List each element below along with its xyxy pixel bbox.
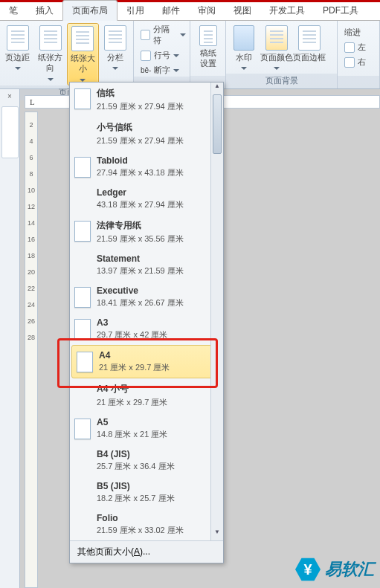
watermark-icon bbox=[234, 25, 254, 51]
group-page-bg-label: 页面背景 bbox=[226, 74, 337, 88]
indent-right-label: 右 bbox=[358, 56, 366, 68]
size-name: Ledger bbox=[97, 187, 184, 198]
dropdown-scrollbar[interactable]: ▲ ▼ bbox=[210, 83, 223, 540]
page-thumb-icon bbox=[74, 157, 91, 178]
page-size-option-b5-jis-[interactable]: B5 (JIS)18.2 厘米 x 25.7 厘米 bbox=[70, 476, 223, 508]
size-name: Tabloid bbox=[97, 155, 184, 166]
page-color-label: 页面颜色 bbox=[260, 53, 293, 62]
ruler-tick: 16 bbox=[25, 236, 37, 243]
size-name: 小号信纸 bbox=[97, 121, 184, 134]
hyphen-label: 断字 bbox=[154, 65, 170, 76]
page-thumb-icon bbox=[74, 287, 91, 308]
page-color-icon bbox=[265, 25, 288, 51]
manuscript-button[interactable]: 稿纸设置 bbox=[192, 23, 224, 69]
tab-review[interactable]: 审阅 bbox=[189, 1, 225, 20]
tab-insert[interactable]: 插入 bbox=[27, 1, 62, 20]
page-size-option-a4-[interactable]: A4 小号21 厘米 x 29.7 厘米 bbox=[70, 378, 223, 413]
tab-view[interactable]: 视图 bbox=[225, 1, 260, 20]
vertical-ruler[interactable]: 246810121416182022242628 bbox=[25, 112, 38, 588]
tab-pdf-tools[interactable]: PDF工具 bbox=[314, 1, 367, 20]
page-icon bbox=[71, 26, 94, 51]
size-name: 法律专用纸 bbox=[97, 219, 184, 232]
columns-icon bbox=[104, 25, 126, 51]
ruler-tick: 8 bbox=[25, 170, 37, 178]
page-border-label: 页面边框 bbox=[293, 53, 326, 62]
margins-button[interactable]: 页边距 bbox=[1, 23, 34, 74]
ruler-tick: 24 bbox=[25, 301, 37, 308]
size-dims: 21.59 厘米 x 27.94 厘米 bbox=[97, 135, 184, 146]
size-dims: 13.97 厘米 x 21.59 厘米 bbox=[97, 265, 184, 277]
page-color-button[interactable]: 页面颜色 bbox=[260, 23, 293, 74]
indent-right-icon bbox=[344, 57, 355, 68]
chevron-down-icon bbox=[173, 54, 179, 57]
more-page-sizes-button[interactable]: 其他页面大小(A)... bbox=[70, 540, 223, 563]
indent-right-button[interactable]: 右 bbox=[342, 56, 368, 68]
ruler-tab-marker: L bbox=[30, 97, 35, 106]
columns-button[interactable]: 分栏 bbox=[99, 23, 132, 74]
tab-page-layout[interactable]: 页面布局 bbox=[62, 0, 117, 21]
size-name: B5 (JIS) bbox=[97, 481, 175, 491]
page-size-option-folio[interactable]: Folio21.59 厘米 x 33.02 厘米 bbox=[70, 508, 223, 540]
nav-thumbnail[interactable] bbox=[1, 106, 19, 158]
tab-developer[interactable]: 开发工具 bbox=[260, 1, 314, 20]
navigation-pane: × bbox=[0, 89, 20, 588]
size-name: Statement bbox=[97, 253, 184, 264]
manuscript-icon bbox=[199, 25, 217, 46]
size-dims: 29.7 厘米 x 42 厘米 bbox=[97, 329, 167, 340]
breaks-button[interactable]: 分隔符 bbox=[138, 23, 188, 47]
page-thumb-icon bbox=[74, 319, 91, 340]
line-numbers-button[interactable]: 行号 bbox=[138, 49, 188, 62]
watermark-button[interactable]: 水印 bbox=[228, 23, 260, 74]
indent-left-button[interactable]: 左 bbox=[342, 41, 368, 54]
page-size-option-executive[interactable]: Executive18.41 厘米 x 26.67 厘米 bbox=[70, 281, 223, 313]
chevron-down-icon bbox=[15, 67, 21, 70]
ribbon: 页边距 纸张方向 纸张大小 分栏 页面 分隔符 行号 bê-断字 稿纸设置 水印… bbox=[0, 21, 380, 89]
chevron-down-icon bbox=[112, 67, 118, 70]
hyphenation-button[interactable]: bê-断字 bbox=[138, 64, 188, 77]
page-size-label: 纸张大小 bbox=[71, 54, 95, 73]
page-size-option-tabloid[interactable]: Tabloid27.94 厘米 x 43.18 厘米 bbox=[70, 151, 223, 183]
hyphen-icon: bê- bbox=[141, 66, 151, 74]
linenum-icon bbox=[141, 51, 151, 61]
page-size-button[interactable]: 纸张大小 bbox=[67, 23, 100, 85]
tab-pen[interactable]: 笔 bbox=[0, 1, 27, 20]
page-size-option--[interactable]: 法律专用纸21.59 厘米 x 35.56 厘米 bbox=[70, 215, 223, 249]
footer-post: )... bbox=[140, 546, 150, 557]
orientation-button[interactable]: 纸张方向 bbox=[34, 23, 67, 84]
ribbon-tabs: 笔 插入 页面布局 引用 邮件 审阅 视图 开发工具 PDF工具 bbox=[0, 2, 380, 21]
indent-label: 缩进 bbox=[342, 26, 368, 39]
scrollbar-thumb[interactable] bbox=[213, 94, 222, 154]
size-dims: 18.41 厘米 x 26.67 厘米 bbox=[97, 297, 184, 308]
page-size-option--[interactable]: 小号信纸21.59 厘米 x 27.94 厘米 bbox=[70, 117, 223, 151]
size-name: A5 bbox=[97, 417, 167, 427]
tab-references[interactable]: 引用 bbox=[117, 1, 153, 20]
close-icon[interactable]: × bbox=[0, 92, 19, 100]
size-name: Executive bbox=[97, 285, 184, 296]
page-size-option-a3[interactable]: A329.7 厘米 x 42 厘米 bbox=[70, 313, 223, 345]
tab-mailings[interactable]: 邮件 bbox=[153, 1, 189, 20]
page-size-dropdown: 信纸21.59 厘米 x 27.94 厘米小号信纸21.59 厘米 x 27.9… bbox=[69, 82, 224, 563]
size-dims: 21.59 厘米 x 27.94 厘米 bbox=[97, 101, 184, 112]
size-dims: 21 厘米 x 29.7 厘米 bbox=[97, 397, 167, 408]
indent-left-label: 左 bbox=[358, 42, 366, 53]
page-thumb-icon bbox=[77, 352, 93, 372]
ruler-tick: 22 bbox=[25, 285, 37, 292]
page-icon bbox=[39, 25, 62, 51]
scroll-down-icon[interactable]: ▼ bbox=[211, 529, 223, 540]
ruler-tick: 20 bbox=[25, 268, 37, 276]
page-size-option-a5[interactable]: A514.8 厘米 x 21 厘米 bbox=[70, 413, 223, 445]
ruler-tick: 14 bbox=[25, 219, 37, 227]
page-size-option-statement[interactable]: Statement13.97 厘米 x 21.59 厘米 bbox=[70, 249, 223, 281]
size-dims: 43.18 厘米 x 27.94 厘米 bbox=[97, 199, 184, 210]
scroll-up-icon[interactable]: ▲ bbox=[211, 83, 223, 94]
size-name: B4 (JIS) bbox=[97, 449, 175, 459]
ruler-tick: 4 bbox=[25, 138, 37, 145]
page-size-option-ledger[interactable]: Ledger43.18 厘米 x 27.94 厘米 bbox=[70, 183, 223, 215]
page-size-option-a4[interactable]: A421 厘米 x 29.7 厘米 bbox=[71, 345, 222, 378]
page-size-option-b4-jis-[interactable]: B4 (JIS)25.7 厘米 x 36.4 厘米 bbox=[70, 445, 223, 476]
page-border-button[interactable]: 页面边框 bbox=[293, 23, 326, 62]
page-size-option--[interactable]: 信纸21.59 厘米 x 27.94 厘米 bbox=[70, 83, 223, 117]
ruler-tick: 26 bbox=[25, 317, 37, 325]
size-name: 信纸 bbox=[97, 87, 184, 100]
page-thumb-icon bbox=[74, 419, 91, 439]
